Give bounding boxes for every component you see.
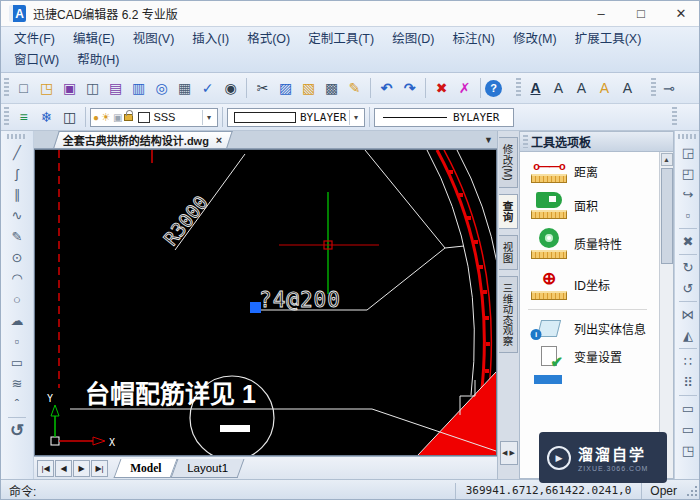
- layout1-tab[interactable]: Layout1: [171, 459, 245, 478]
- menu-view[interactable]: 视图(V): [124, 29, 184, 50]
- stretch-tool-icon[interactable]: ▭: [677, 398, 699, 419]
- toolbar-grip[interactable]: [4, 107, 9, 127]
- first-sheet-button[interactable]: |◀: [37, 460, 54, 477]
- maximize-button[interactable]: □: [621, 2, 661, 26]
- scale-tool-icon[interactable]: ▫: [677, 205, 699, 226]
- palette-item-distance[interactable]: o——o 距离: [528, 160, 657, 183]
- menu-window[interactable]: 窗口(W): [5, 50, 68, 71]
- toolbar-grip[interactable]: [678, 134, 698, 139]
- curve-tool-icon[interactable]: ∿: [6, 205, 28, 226]
- palette-header[interactable]: 工具选项板: [520, 132, 673, 152]
- menu-insert[interactable]: 插入(I): [183, 29, 238, 50]
- last-sheet-button[interactable]: ▶|: [91, 460, 108, 477]
- menu-dimension[interactable]: 标注(N): [444, 29, 504, 50]
- collapse-icon[interactable]: ˆ: [6, 394, 28, 415]
- palette-tab-pager[interactable]: ◀ ▶: [500, 441, 518, 465]
- layer-thaw-icon[interactable]: ☀: [101, 111, 111, 124]
- paste-icon[interactable]: ▧: [297, 77, 320, 99]
- print-icon[interactable]: ▥: [127, 77, 150, 99]
- parallel-tool-icon[interactable]: ∥: [6, 184, 28, 205]
- edit-text-icon[interactable]: A: [570, 77, 593, 99]
- palette-item-variable-settings[interactable]: ✔ 变量设置: [528, 346, 657, 366]
- prev-sheet-button[interactable]: ◀: [55, 460, 72, 477]
- zoom-object-icon[interactable]: ▭: [677, 419, 699, 440]
- find-text-icon[interactable]: A: [616, 77, 639, 99]
- command-prompt[interactable]: 命令:: [1, 482, 455, 499]
- find-icon[interactable]: ◉: [219, 77, 242, 99]
- refresh-icon[interactable]: ↺: [6, 420, 28, 441]
- next-sheet-button[interactable]: ▶: [73, 460, 90, 477]
- rotate-cw-icon[interactable]: ↻: [677, 257, 699, 278]
- drawing-canvas[interactable]: R3000 ?4@200 台帽配筋详见 1 X Y: [34, 149, 497, 456]
- print-preview-icon[interactable]: ◎: [150, 77, 173, 99]
- ellipse-tool-icon[interactable]: ○: [6, 289, 28, 310]
- tab-close-icon[interactable]: ×: [216, 134, 222, 146]
- paste-special-icon[interactable]: ▩: [320, 77, 343, 99]
- erase-tool-icon[interactable]: ✖: [677, 231, 699, 252]
- spline-tool-icon[interactable]: ʃ: [6, 163, 28, 184]
- palette-item-list-entity[interactable]: i 列出实体信息: [528, 320, 657, 337]
- single-text-icon[interactable]: A: [547, 77, 570, 99]
- menu-format[interactable]: 格式(O): [238, 29, 299, 50]
- menu-custom-tools[interactable]: 定制工具(T): [299, 29, 383, 50]
- menu-edit[interactable]: 编辑(E): [64, 29, 124, 50]
- arc-tool-icon[interactable]: ◠: [6, 268, 28, 289]
- format-brush-icon[interactable]: ✎: [343, 77, 366, 99]
- line-tool-icon[interactable]: ╱: [6, 142, 28, 163]
- batch-print-icon[interactable]: ▤: [104, 77, 127, 99]
- text-edit-pencil-icon[interactable]: A: [593, 77, 616, 99]
- status-mode[interactable]: Oper: [641, 483, 685, 499]
- scroll-up-icon[interactable]: ▲: [661, 153, 673, 166]
- quick-dim-icon[interactable]: ⊸: [659, 77, 679, 99]
- open-file-icon[interactable]: ◳: [35, 77, 58, 99]
- scrollbar-thumb[interactable]: [661, 168, 673, 264]
- layer-freeze-vp-icon[interactable]: ▣: [113, 112, 122, 123]
- toolbar-grip[interactable]: [4, 78, 9, 98]
- array-rect-icon[interactable]: ∷: [677, 351, 699, 372]
- layers-icon[interactable]: ≡: [12, 106, 35, 128]
- palette-tab-view[interactable]: 视图: [499, 235, 518, 270]
- cut-icon[interactable]: ✂: [251, 77, 274, 99]
- copy-icon[interactable]: ▨: [274, 77, 297, 99]
- revision-cloud-tool-icon[interactable]: ☁: [6, 310, 28, 331]
- color-combobox[interactable]: BYLAYER ▾: [227, 108, 365, 127]
- color-dropdown-arrow[interactable]: ▾: [349, 110, 362, 125]
- point-tool-icon[interactable]: ▫: [6, 331, 28, 352]
- model-tab[interactable]: Model: [114, 459, 178, 478]
- trim-tool-icon[interactable]: ◭: [677, 325, 699, 346]
- palette-tab-3d-orbit[interactable]: 三维动态观察: [499, 276, 518, 353]
- layer-combobox[interactable]: ● ☀ ▣ SSS ▾: [90, 108, 218, 127]
- layer-unlock-icon[interactable]: [124, 114, 133, 121]
- close-button[interactable]: ✕: [661, 2, 700, 26]
- palette-tab-inquiry[interactable]: 查询: [499, 194, 518, 229]
- save-icon[interactable]: ▣: [58, 77, 81, 99]
- palette-tab-modify[interactable]: 修改(M): [499, 137, 518, 188]
- menu-draw[interactable]: 绘图(D): [383, 29, 443, 50]
- hatch-tool-icon[interactable]: ≋: [6, 373, 28, 394]
- move-tool-icon[interactable]: ◲: [677, 142, 699, 163]
- rotate-ccw-icon[interactable]: ↺: [677, 278, 699, 299]
- rectangle-tool-icon[interactable]: ▭: [6, 352, 28, 373]
- menu-extended-tools[interactable]: 扩展工具(X): [566, 29, 651, 50]
- tab-list-arrow-icon[interactable]: ▼: [484, 135, 493, 145]
- pager-left-icon[interactable]: ◀: [502, 449, 507, 457]
- copy-tool-icon[interactable]: ◰: [677, 163, 699, 184]
- layer-freeze-icon[interactable]: ❄: [35, 106, 58, 128]
- edit-polyline-icon[interactable]: ↪: [677, 184, 699, 205]
- palette-item-mass-properties[interactable]: 质量特性: [528, 228, 657, 259]
- page-setup-icon[interactable]: ▦: [173, 77, 196, 99]
- layer-color-swatch[interactable]: [138, 112, 150, 123]
- palette-scrollbar[interactable]: ▲: [659, 152, 673, 478]
- help-icon[interactable]: ?: [485, 80, 502, 97]
- spell-check-icon[interactable]: ✓: [196, 77, 219, 99]
- linetype-combobox[interactable]: BYLAYER: [374, 108, 514, 127]
- explode-tool-icon[interactable]: ◳: [677, 440, 699, 461]
- purge-icon[interactable]: ✗: [453, 77, 476, 99]
- text-style-icon[interactable]: A: [524, 77, 547, 99]
- menu-help[interactable]: 帮助(H): [68, 50, 138, 71]
- palette-grip[interactable]: [523, 135, 528, 148]
- erase-icon[interactable]: ✖: [430, 77, 453, 99]
- pager-right-icon[interactable]: ▶: [510, 449, 515, 457]
- circle-tool-icon[interactable]: ⊙: [6, 247, 28, 268]
- array-polar-icon[interactable]: ⠿: [677, 372, 699, 393]
